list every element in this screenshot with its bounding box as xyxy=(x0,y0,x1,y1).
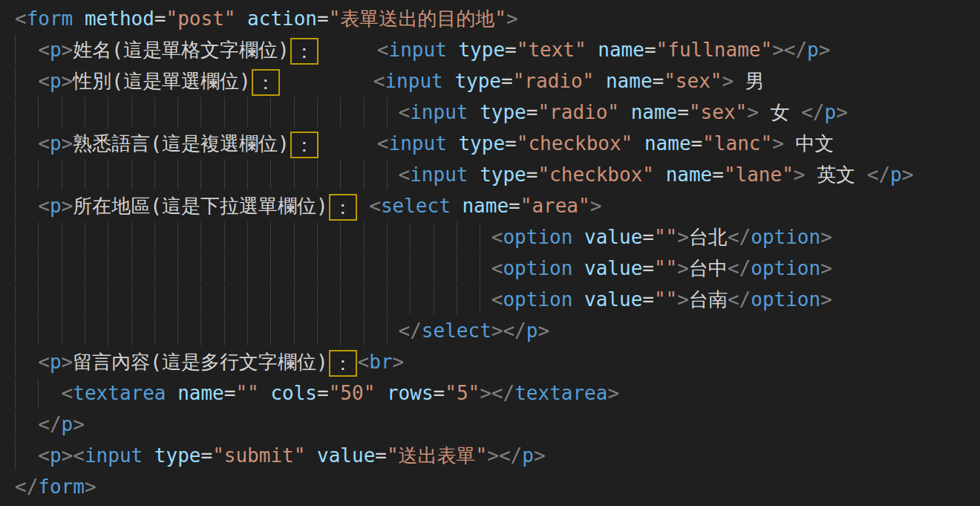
tag-name: option xyxy=(751,288,820,311)
code-line[interactable]: <p><input type="submit" value="送出表單"></p… xyxy=(0,440,980,471)
tag-name: p xyxy=(522,444,534,467)
operator: = xyxy=(501,70,513,92)
text-content xyxy=(451,195,463,217)
string-value: "5" xyxy=(445,382,480,404)
tag-name: form xyxy=(38,476,85,498)
attribute-name: cols xyxy=(270,382,317,404)
text-content xyxy=(358,195,370,217)
text-content xyxy=(305,444,317,467)
operator: = xyxy=(154,7,166,30)
code-line[interactable]: <form method="post" action="表單送出的目的地"> xyxy=(0,3,980,34)
code-line[interactable]: <p>所在地區(這是下拉選單欄位)： <select name="area"> xyxy=(0,190,980,221)
punctuation: > xyxy=(393,351,405,373)
tag-name: select xyxy=(381,195,451,217)
text-content: 性別(這是單選欄位) xyxy=(73,70,250,92)
text-content xyxy=(319,132,377,155)
text-content xyxy=(468,101,480,123)
attribute-name: name xyxy=(631,101,678,123)
tag-name: input xyxy=(389,132,447,155)
tag-name: input xyxy=(385,70,442,92)
code-line[interactable]: <p>留言內容(這是多行文字欄位)：<br> xyxy=(0,346,980,377)
punctuation: > xyxy=(62,70,74,92)
attribute-name: type xyxy=(458,132,505,155)
attribute-name: type xyxy=(480,101,526,123)
punctuation: > xyxy=(677,226,689,248)
code-line[interactable]: <option value="">台中</option> xyxy=(0,253,980,284)
punctuation: </ xyxy=(728,226,751,248)
code-line[interactable]: </select></p> xyxy=(0,315,980,346)
code-area[interactable]: <form method="post" action="表單送出的目的地"><p… xyxy=(0,3,980,502)
operator: = xyxy=(434,382,445,404)
punctuation: > xyxy=(836,101,848,123)
punctuation: > xyxy=(62,39,74,61)
code-line[interactable]: </form> xyxy=(0,471,980,502)
string-value: "" xyxy=(654,257,677,279)
operator: = xyxy=(509,195,520,217)
code-line-content: <form method="post" action="表單送出的目的地"> xyxy=(15,3,518,34)
code-line[interactable]: <p>性別(這是單選欄位)： <input type="radio" name=… xyxy=(0,65,980,97)
unicode-highlight-box: ： xyxy=(290,38,318,65)
punctuation: < xyxy=(38,351,50,373)
punctuation: < xyxy=(491,257,503,279)
string-value: "送出表單" xyxy=(387,444,487,467)
attribute-name: type xyxy=(458,39,505,61)
code-line-content: </select></p> xyxy=(15,315,549,346)
text-content xyxy=(166,382,178,404)
text-content: 台中 xyxy=(689,257,728,279)
text-content xyxy=(654,163,666,186)
punctuation: ></ xyxy=(772,39,807,61)
code-line-content: <p>姓名(這是單格文字欄位)： <input type="text" name… xyxy=(15,34,830,65)
code-line[interactable]: <input type="radio" name="sex"> 女 </p> xyxy=(0,97,980,128)
text-content: 中文 xyxy=(784,132,834,155)
text-content xyxy=(572,288,584,311)
text-content: 男 xyxy=(734,70,765,92)
tag-name: option xyxy=(503,257,572,279)
code-line[interactable]: <option value="">台南</option> xyxy=(0,284,980,315)
punctuation: < xyxy=(491,288,503,311)
text-content xyxy=(235,7,247,30)
tag-name: input xyxy=(410,101,468,123)
code-line-content: <option value="">台南</option> xyxy=(15,284,832,315)
punctuation: </ xyxy=(399,320,422,342)
text-content xyxy=(259,382,271,404)
punctuation: > xyxy=(677,257,689,279)
attribute-name: value xyxy=(584,257,642,279)
string-value: "checkbox" xyxy=(538,163,654,186)
punctuation: < xyxy=(369,195,381,217)
string-value: "" xyxy=(235,382,258,404)
code-editor[interactable]: <form method="post" action="表單送出的目的地"><p… xyxy=(0,0,980,506)
code-line[interactable]: </p> xyxy=(0,409,980,440)
code-line[interactable]: <option value="">台北</option> xyxy=(0,221,980,253)
code-line-content: <p>熟悉語言(這是複選欄位)： <input type="checkbox" … xyxy=(15,128,834,159)
tag-name: p xyxy=(50,39,62,61)
tag-name: option xyxy=(751,257,820,279)
code-line-content: <p><input type="submit" value="送出表單"></p… xyxy=(15,440,546,471)
code-line[interactable]: <p>熟悉語言(這是複選欄位)： <input type="checkbox" … xyxy=(0,128,980,159)
code-line-content: <option value="">台中</option> xyxy=(15,253,832,284)
punctuation: > xyxy=(747,101,759,123)
tag-name: p xyxy=(890,163,902,186)
operator: = xyxy=(677,101,689,123)
punctuation: </ xyxy=(728,257,751,279)
tag-name: p xyxy=(825,101,837,123)
tag-name: p xyxy=(50,444,62,467)
code-line[interactable]: <textarea name="" cols="50" rows="5"></t… xyxy=(0,377,980,409)
punctuation: < xyxy=(38,39,50,61)
string-value: "radio" xyxy=(538,101,619,123)
attribute-name: name xyxy=(177,382,224,404)
code-line[interactable]: <p>姓名(這是單格文字欄位)： <input type="text" name… xyxy=(0,34,980,65)
string-value: "radio" xyxy=(513,70,595,92)
operator: = xyxy=(200,444,212,467)
code-line-content: <input type="checkbox" name="lane"> 英文 <… xyxy=(15,159,913,190)
attribute-name: name xyxy=(644,132,691,155)
code-line-content: <p>性別(這是單選欄位)： <input type="radio" name=… xyxy=(15,65,765,97)
operator: = xyxy=(505,39,517,61)
tag-name: textarea xyxy=(73,382,166,404)
attribute-name: value xyxy=(317,444,375,467)
tag-name: p xyxy=(526,320,538,342)
text-content xyxy=(443,70,455,92)
attribute-name: name xyxy=(462,195,509,217)
text-content xyxy=(447,132,459,155)
code-line[interactable]: <input type="checkbox" name="lane"> 英文 <… xyxy=(0,159,980,190)
punctuation: < xyxy=(62,382,74,404)
